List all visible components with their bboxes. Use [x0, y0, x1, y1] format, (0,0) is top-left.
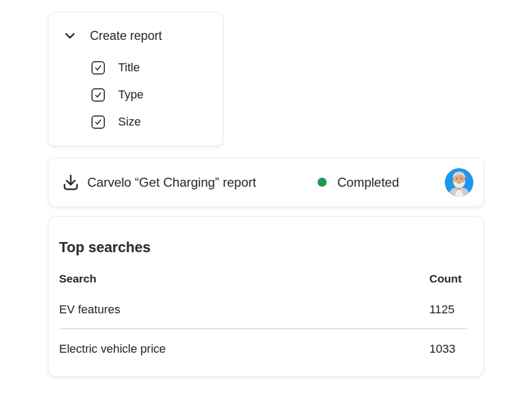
- checkbox-title[interactable]: [92, 61, 105, 74]
- table-header-row: Search Count: [59, 272, 467, 286]
- table-row: EV features 1125: [59, 302, 467, 317]
- checkbox-type[interactable]: [92, 88, 105, 102]
- top-searches-card: Top searches Search Count EV features 11…: [48, 216, 484, 377]
- checkbox-row-title: Title: [92, 61, 140, 74]
- avatar[interactable]: [445, 168, 473, 197]
- status-label: Completed: [337, 175, 399, 190]
- status-dot-icon: [318, 178, 327, 187]
- search-cell: Electric vehicle price: [59, 342, 166, 356]
- create-report-title: Create report: [90, 28, 162, 43]
- checkbox-label-size: Size: [118, 115, 141, 129]
- column-header-count: Count: [429, 272, 462, 286]
- checkbox-row-type: Type: [92, 88, 144, 102]
- column-header-search: Search: [59, 272, 96, 286]
- report-status-bar: Carvelo “Get Charging” report Completed: [48, 157, 484, 207]
- check-icon: [94, 91, 102, 99]
- create-report-panel: Create report Title Type Size: [48, 12, 223, 146]
- count-cell: 1125: [429, 302, 454, 317]
- search-cell: EV features: [59, 302, 120, 317]
- top-searches-title: Top searches: [59, 239, 151, 256]
- checkbox-label-type: Type: [118, 88, 144, 102]
- checkbox-row-size: Size: [92, 115, 141, 129]
- row-divider: [59, 328, 467, 329]
- checkbox-label-title: Title: [118, 61, 140, 74]
- report-title: Carvelo “Get Charging” report: [87, 175, 256, 190]
- status-badge: Completed: [318, 175, 399, 190]
- check-icon: [94, 64, 102, 72]
- create-report-header: Create report: [63, 28, 162, 43]
- chevron-down-icon[interactable]: [63, 29, 77, 43]
- count-cell: 1033: [429, 342, 455, 356]
- check-icon: [94, 118, 102, 126]
- table-row: Electric vehicle price 1033: [59, 342, 467, 356]
- checkbox-size[interactable]: [92, 115, 105, 129]
- download-icon[interactable]: [61, 172, 81, 193]
